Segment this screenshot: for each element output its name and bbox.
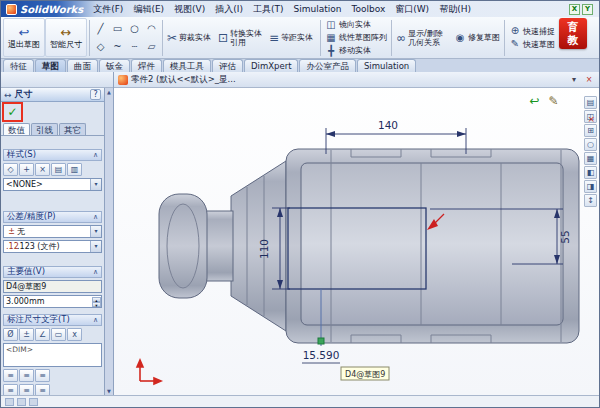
help-button[interactable]: ? bbox=[90, 89, 101, 100]
tab-mold-tools[interactable]: 模具工具 bbox=[163, 59, 211, 72]
rectangle-tool-icon[interactable]: ▭ bbox=[110, 21, 126, 37]
rapid-sketch-button[interactable]: ✎ 快速草图 bbox=[507, 38, 557, 51]
tolerance-section-header[interactable]: 公差/精度(P) ∧ bbox=[3, 211, 102, 223]
sketch-pencil-icon[interactable]: ✎ bbox=[546, 94, 561, 109]
dim-110-label[interactable]: 110 bbox=[258, 239, 270, 259]
circle-tool-icon[interactable]: ○ bbox=[127, 21, 143, 37]
tab-office-products[interactable]: 办公室产品 bbox=[299, 59, 356, 72]
menu-help[interactable]: 帮助(H) bbox=[434, 1, 476, 17]
linear-pattern-button[interactable]: ▦ 线性草图阵列 bbox=[323, 31, 389, 44]
dimension-value-field[interactable]: 3.000mm ▴ ▾ bbox=[3, 295, 102, 308]
spline-tool-icon[interactable]: ~ bbox=[110, 39, 126, 55]
primary-value-section-header[interactable]: 主要值(V) ∧ bbox=[3, 266, 102, 278]
section-view-icon[interactable]: ▦ bbox=[584, 152, 597, 165]
apply-default-style-button[interactable]: ◇ bbox=[3, 163, 18, 176]
dimension-text-section-header[interactable]: 标注尺寸文字(T) ∧ bbox=[3, 314, 102, 326]
display-style-icon[interactable]: ◧ bbox=[584, 166, 597, 179]
smart-dimension-button[interactable]: ↔ 智能尺寸 bbox=[45, 18, 87, 57]
convert-entities-button[interactable]: ⊡ 转换实体引用 bbox=[216, 18, 267, 57]
text-symbol-button[interactable]: x bbox=[67, 328, 82, 341]
tab-list-icon[interactable]: ▾ bbox=[568, 74, 580, 86]
zoom-area-icon[interactable]: ○ bbox=[584, 138, 597, 151]
display-relations-button[interactable]: ∞ 显示/删除几何关系 bbox=[394, 18, 452, 57]
justify-center-button[interactable]: ≡ bbox=[19, 369, 34, 382]
part-body[interactable] bbox=[159, 149, 579, 343]
document-tab-label[interactable]: 零件2 (默认<<默认>_显... bbox=[131, 74, 236, 86]
part-neck[interactable] bbox=[206, 211, 233, 281]
tab-weldments[interactable]: 焊件 bbox=[131, 59, 162, 72]
tolerance-type-select[interactable]: ± 无 ▾ bbox=[3, 225, 102, 238]
close-document-icon[interactable]: × bbox=[583, 74, 595, 86]
tab-sheet-metal[interactable]: 钣金 bbox=[99, 59, 130, 72]
tab-sketch[interactable]: 草图 bbox=[35, 59, 66, 72]
menu-file[interactable]: 文件(F) bbox=[88, 1, 128, 17]
scroll-down-icon[interactable]: ▼ bbox=[107, 388, 111, 394]
graphics-area[interactable]: 零件2 (默认<<默认>_显... ▾ × bbox=[114, 72, 599, 395]
add-style-button[interactable]: + bbox=[19, 163, 34, 176]
load-style-button[interactable]: ▥ bbox=[67, 163, 82, 176]
diameter-symbol-button[interactable]: Ø bbox=[3, 328, 18, 341]
justify-left-button[interactable]: ≡ bbox=[3, 369, 18, 382]
polygon-tool-icon[interactable]: ◇ bbox=[93, 39, 109, 55]
sketch-toolbar: ↩ 退出草图 ↔ 智能尺寸 ╱ ▭ ○ ◠ ◇ ~ ┄ ▱ ✂ 剪裁实体 ⊡ 转… bbox=[1, 17, 599, 59]
arc-tool-icon[interactable]: ◠ bbox=[144, 21, 160, 37]
tab-surfaces[interactable]: 曲面 bbox=[67, 59, 98, 72]
menu-view[interactable]: 视图(V) bbox=[169, 1, 210, 17]
confirm-exit-sketch-icon[interactable]: ↩ bbox=[527, 94, 542, 109]
exit-sketch-button[interactable]: ↩ 退出草图 bbox=[3, 18, 45, 57]
repair-sketch-button[interactable]: ◉ 修复草图 bbox=[452, 31, 502, 44]
offset-entities-button[interactable]: ≡ 等距实体 bbox=[267, 18, 318, 57]
panel-top-strip bbox=[1, 72, 113, 88]
hide-show-icon[interactable]: ◨ bbox=[584, 180, 597, 193]
line-tool-icon[interactable]: ╱ bbox=[93, 21, 109, 37]
trim-entities-button[interactable]: ✂ 剪裁实体 bbox=[165, 18, 216, 57]
dim-55-label[interactable]: 55 bbox=[559, 230, 571, 243]
menu-edit[interactable]: 编辑(E) bbox=[128, 1, 169, 17]
mirror-entities-button[interactable]: ◫ 镜向实体 bbox=[323, 18, 389, 31]
spin-down-icon[interactable]: ▾ bbox=[92, 302, 101, 307]
rotate-view-icon[interactable]: ↕ bbox=[584, 194, 597, 207]
quick-snaps-button[interactable]: ⊕ 快速捕捉 bbox=[507, 25, 557, 38]
cad-canvas[interactable]: 140 110 55 15.590 bbox=[114, 88, 600, 397]
value-spinner[interactable]: ▴ ▾ bbox=[92, 297, 101, 307]
menu-toolbox[interactable]: Toolbox bbox=[346, 1, 390, 17]
menu-insert[interactable]: 插入(I) bbox=[210, 1, 248, 17]
delete-style-button[interactable]: × bbox=[35, 163, 50, 176]
square-symbol-button[interactable]: ▭ bbox=[51, 328, 66, 341]
cancel-sketch-icon[interactable]: × bbox=[587, 114, 595, 124]
symbol-buttons-row: Ø ± ∠ ▭ x bbox=[3, 328, 102, 341]
triad-axes-icon bbox=[137, 360, 161, 384]
menu-simulation[interactable]: Simulation bbox=[289, 1, 347, 17]
dim-140-label[interactable]: 140 bbox=[378, 119, 398, 131]
drag-handle-icon[interactable] bbox=[318, 338, 324, 344]
tab-features[interactable]: 特征 bbox=[3, 59, 34, 72]
dimension-text-area[interactable]: <DIM> bbox=[3, 343, 102, 367]
tab-evaluate[interactable]: 评估 bbox=[212, 59, 243, 72]
x-badge-icon: X bbox=[569, 4, 580, 15]
menu-tools[interactable]: 工具(T) bbox=[248, 1, 289, 17]
tab-simulation[interactable]: Simulation bbox=[357, 59, 416, 72]
view-orientation-icon[interactable]: ▤ bbox=[584, 96, 597, 109]
plus-minus-symbol-button[interactable]: ± bbox=[19, 328, 34, 341]
centerline-tool-icon[interactable]: ┄ bbox=[127, 39, 143, 55]
parallelogram-tool-icon[interactable]: ▱ bbox=[144, 39, 160, 55]
dim-edit-label[interactable]: 15.590 bbox=[303, 349, 340, 361]
tab-dimxpert[interactable]: DimXpert bbox=[244, 59, 298, 72]
panel-scrollbar[interactable]: ▲ ▼ bbox=[104, 88, 113, 395]
part-middle-slab[interactable] bbox=[301, 163, 563, 325]
zoom-fit-icon[interactable]: ⊞ bbox=[584, 124, 597, 137]
menu-window[interactable]: 窗口(W) bbox=[390, 1, 434, 17]
style-section-header[interactable]: 样式(S) ∧ bbox=[3, 149, 102, 161]
save-style-button[interactable]: ▤ bbox=[51, 163, 66, 176]
part-end-cap[interactable] bbox=[159, 194, 207, 298]
status-icon-2 bbox=[17, 398, 26, 406]
arrow-right-icon bbox=[457, 131, 466, 137]
style-select[interactable]: <NONE> ▾ bbox=[3, 178, 102, 191]
justify-right-button[interactable]: ≡ bbox=[35, 369, 50, 382]
precision-select[interactable]: .12 .123 (文件) ▾ bbox=[3, 240, 102, 253]
move-entities-button[interactable]: ╋ 移动实体 bbox=[323, 44, 389, 57]
scroll-up-icon[interactable]: ▲ bbox=[107, 89, 111, 95]
ok-button[interactable]: ✓ bbox=[5, 105, 20, 120]
quick-tools-stack: ⊕ 快速捕捉 ✎ 快速草图 bbox=[507, 18, 557, 58]
angle-symbol-button[interactable]: ∠ bbox=[35, 328, 50, 341]
